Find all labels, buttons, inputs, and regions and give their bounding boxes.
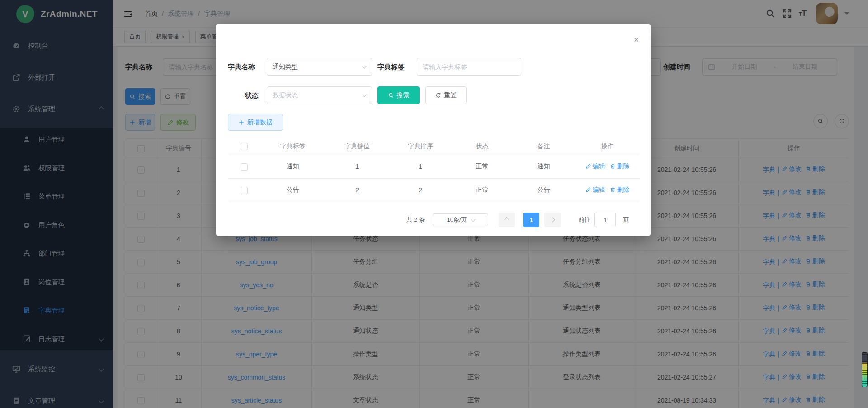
cell-actions: 编辑删除: [575, 155, 640, 178]
trash-icon: [610, 187, 616, 193]
cell-dict-value: 1: [326, 155, 389, 178]
dialog-dict-label-input[interactable]: [417, 58, 521, 76]
dialog-status-select[interactable]: 数据状态: [267, 86, 372, 104]
chevron-right-icon: [550, 217, 555, 222]
select-placeholder: 数据状态: [273, 91, 363, 100]
row-checkbox[interactable]: [241, 187, 248, 194]
chevron-left-icon: [505, 217, 509, 222]
delete-link[interactable]: 删除: [610, 162, 630, 171]
plus-icon: [238, 119, 245, 126]
next-page-button[interactable]: [544, 213, 561, 227]
cell-dict-label: 通知: [260, 155, 326, 178]
dialog-reset-button[interactable]: 重置: [425, 86, 467, 104]
goto-label: 前往: [578, 216, 590, 224]
cell-status: 正常: [452, 178, 512, 202]
edit-link[interactable]: 编辑: [585, 186, 605, 194]
col-status: 状态: [452, 138, 512, 155]
cell-actions: 编辑删除: [575, 178, 640, 202]
chevron-down-icon: [362, 92, 367, 97]
select-value: 通知类型: [273, 63, 363, 71]
dialog-pagination: 共 2 条 10条/页 1 前往 页: [406, 213, 629, 227]
dialog-search-button[interactable]: 搜索: [377, 86, 420, 104]
dialog-dict-label-label: 字典标签: [377, 63, 405, 71]
row-checkbox[interactable]: [241, 163, 248, 171]
edit-link[interactable]: 编辑: [585, 162, 605, 171]
chevron-down-icon: [471, 217, 475, 222]
pencil-icon: [585, 163, 591, 169]
pagination-total: 共 2 条: [406, 216, 425, 224]
page-size-value: 10条/页: [447, 216, 467, 224]
dialog-add-data-button[interactable]: 新增数据: [228, 114, 283, 131]
cell-remark: 公告: [512, 178, 575, 202]
col-dict-label: 字典标签: [260, 138, 326, 155]
page-size-select[interactable]: 10条/页: [433, 213, 488, 226]
cell-dict-sort: 1: [389, 155, 452, 178]
dialog-data-table: 字典标签 字典键值 字典排序 状态 备注 操作 通知 1 1 正常 通知 编辑删…: [228, 138, 640, 202]
col-dict-value: 字典键值: [326, 138, 389, 155]
cell-dict-value: 2: [326, 178, 389, 202]
goto-page-input[interactable]: [594, 213, 616, 227]
close-icon[interactable]: ×: [634, 35, 639, 44]
current-page-button[interactable]: 1: [523, 213, 539, 227]
table-row: 通知 1 1 正常 通知 编辑删除: [228, 155, 640, 178]
search-icon: [388, 92, 394, 99]
prev-page-button[interactable]: [499, 213, 515, 227]
trash-icon: [610, 163, 616, 169]
dict-data-dialog: × 字典名称 通知类型 字典标签 状态 数据状态 搜索 重置 新增数据 字典标签…: [216, 24, 651, 236]
scroll-indicator[interactable]: [862, 352, 868, 387]
col-remark: 备注: [512, 138, 575, 155]
cell-remark: 通知: [512, 155, 575, 178]
chevron-down-icon: [362, 63, 367, 68]
dialog-dict-name-label: 字典名称: [228, 63, 255, 71]
table-header-row: 字典标签 字典键值 字典排序 状态 备注 操作: [228, 138, 640, 155]
table-row: 公告 2 2 正常 公告 编辑删除: [228, 178, 640, 202]
col-dict-sort: 字典排序: [389, 138, 452, 155]
refresh-icon: [435, 92, 442, 99]
cell-dict-sort: 2: [389, 178, 452, 202]
cell-status: 正常: [452, 155, 512, 178]
page-unit-label: 页: [623, 216, 629, 224]
select-all-checkbox[interactable]: [241, 143, 248, 150]
col-actions: 操作: [575, 138, 640, 155]
pencil-icon: [585, 187, 591, 193]
cell-dict-label: 公告: [260, 178, 326, 202]
dialog-dict-name-select[interactable]: 通知类型: [267, 58, 372, 76]
delete-link[interactable]: 删除: [610, 186, 630, 194]
dialog-status-label: 状态: [245, 91, 259, 100]
